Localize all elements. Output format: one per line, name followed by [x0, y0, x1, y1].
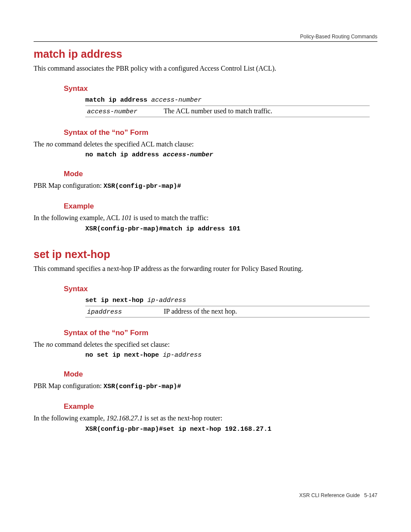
no-form-argument: ip-address [163, 352, 202, 359]
param-name: access-number [87, 108, 137, 115]
text-fragment: PBR Map configuration: [34, 382, 103, 389]
text-fragment: The [34, 341, 46, 348]
no-form-paragraph: The no command deletes the specified set… [34, 340, 377, 349]
example-command-line: XSR(config-pbr-map)#set ip next-hop 192.… [85, 425, 377, 433]
mode-heading: Mode [64, 370, 377, 379]
table-row: access-number The ACL number used to mat… [85, 106, 370, 117]
parameter-table: access-number The ACL number used to mat… [85, 106, 370, 117]
syntax-command: set ip next-hop [85, 297, 147, 304]
no-form-paragraph: The no command deletes the specified ACL… [34, 140, 377, 149]
syntax-line: set ip next-hop ip-address [85, 296, 377, 304]
text-fragment: is used to match the traffic: [132, 214, 209, 221]
footer-doc-title: XSR CLI Reference Guide [299, 492, 360, 498]
text-fragment: The [34, 140, 46, 148]
no-form-syntax: no set ip next-hope ip-address [85, 351, 377, 359]
example-value: 192.168.27.1 [106, 414, 143, 422]
no-form-command: no match ip address [85, 151, 163, 159]
command-title-match-ip-address: match ip address [34, 48, 377, 60]
mode-heading: Mode [64, 170, 377, 178]
command-title-set-ip-next-hop: set ip next-hop [34, 248, 377, 261]
syntax-argument: access-number [151, 96, 202, 104]
syntax-heading: Syntax [64, 285, 377, 293]
syntax-command: match ip address [85, 96, 151, 104]
top-rule [34, 41, 377, 42]
no-keyword: no [46, 140, 53, 148]
no-form-heading: Syntax of the “no” Form [64, 329, 377, 337]
example-paragraph: In the following example, 192.168.27.1 i… [34, 414, 377, 423]
example-heading: Example [64, 402, 377, 411]
parameter-table: ipaddress IP address of the next hop. [85, 306, 370, 317]
mode-paragraph: PBR Map configuration: XSR(config-pbr-ma… [34, 381, 377, 391]
mode-paragraph: PBR Map configuration: XSR(config-pbr-ma… [34, 181, 377, 191]
no-keyword: no [46, 341, 53, 348]
syntax-line: match ip address access-number [85, 96, 377, 104]
text-fragment: command deletes the specified set clause… [53, 341, 170, 348]
footer-page-number: 5-147 [364, 492, 377, 498]
param-name: ipaddress [87, 308, 122, 316]
syntax-argument: ip-address [147, 297, 186, 304]
text-fragment: In the following example, ACL [34, 214, 121, 221]
text-fragment: In the following example, [34, 414, 106, 422]
page: Policy-Based Routing Commands match ip a… [0, 0, 411, 532]
example-command-line: XSR(config-pbr-map)#match ip address 101 [85, 224, 377, 233]
no-form-command: no set ip next-hope [85, 352, 163, 359]
text-fragment: PBR Map configuration: [34, 182, 103, 189]
param-description: IP address of the next hop. [162, 306, 370, 317]
example-value: 101 [121, 214, 132, 221]
intro-paragraph: This command associates the PBR policy w… [34, 64, 377, 73]
page-footer: XSR CLI Reference Guide 5-147 [299, 492, 377, 498]
example-heading: Example [64, 202, 377, 211]
text-fragment: command deletes the specified ACL match … [53, 140, 194, 148]
example-command: XSR(config-pbr-map)#match ip address 101 [85, 225, 240, 233]
example-paragraph: In the following example, ACL 101 is use… [34, 213, 377, 223]
table-row: ipaddress IP address of the next hop. [85, 306, 370, 317]
mode-prompt: XSR(config-pbr-map)# [103, 183, 181, 190]
intro-paragraph: This command specifies a next-hop IP add… [34, 264, 377, 274]
param-description: The ACL number used to match traffic. [162, 106, 370, 117]
example-command: XSR(config-pbr-map)#set ip next-hop 192.… [85, 426, 271, 433]
running-header: Policy-Based Routing Commands [34, 34, 377, 40]
text-fragment: is set as the next-hop router: [143, 414, 222, 422]
mode-prompt: XSR(config-pbr-map)# [103, 383, 181, 390]
syntax-heading: Syntax [64, 84, 377, 93]
no-form-argument: access-number [163, 151, 213, 159]
no-form-heading: Syntax of the “no” Form [64, 128, 377, 137]
no-form-syntax: no match ip address access-number [85, 150, 377, 159]
